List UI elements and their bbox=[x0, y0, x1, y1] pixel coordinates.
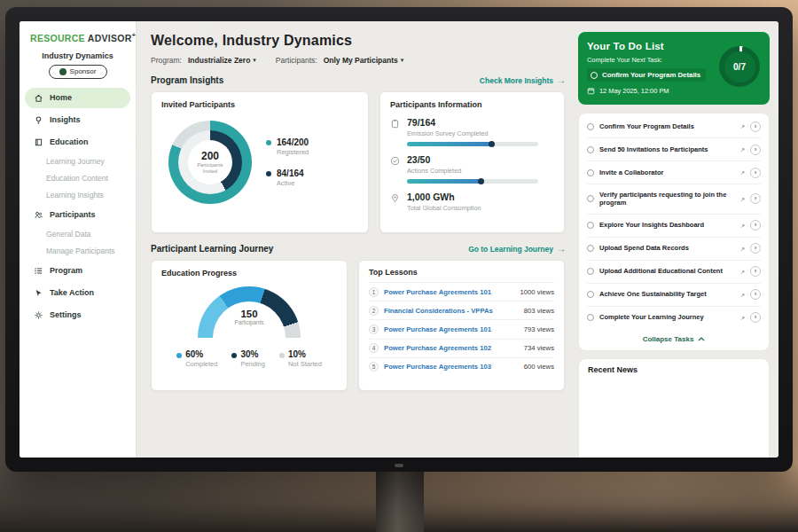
lesson-row[interactable]: 5 Power Purchase Agreements 103 600 view… bbox=[369, 358, 554, 376]
lesson-rank: 4 bbox=[369, 343, 379, 353]
todo-progress-value: 0/7 bbox=[724, 51, 755, 82]
task-row[interactable]: Confirm Your Program Details ↗ › bbox=[587, 115, 761, 138]
stat-global-consumption: 1,000 GWh Total Global Consumption bbox=[390, 192, 554, 212]
task-row[interactable]: Verify participants requesting to join t… bbox=[587, 184, 761, 215]
checkbox-icon[interactable] bbox=[587, 245, 594, 252]
sidebar-nav: Home Insights Education Learning Journey… bbox=[20, 87, 136, 326]
sidebar-item-label: Learning Journey bbox=[46, 157, 105, 166]
invited-participants-card: Invited Participants 200 Participants In… bbox=[151, 91, 369, 233]
lesson-link[interactable]: Financial Considerations - VPPAs bbox=[384, 307, 519, 315]
chevron-right-icon[interactable]: › bbox=[750, 266, 761, 277]
stat-value: 79/164 bbox=[407, 117, 538, 128]
task-row[interactable]: Invite a Collaborator ↗ › bbox=[587, 161, 761, 184]
clipboard-icon bbox=[390, 119, 400, 129]
recent-news-card: Recent News bbox=[578, 358, 770, 458]
task-row[interactable]: Complete Your Learning Journey ↗ › bbox=[587, 307, 761, 329]
lesson-link[interactable]: Power Purchase Agreements 101 bbox=[384, 325, 519, 333]
sidebar-item-learning-journey[interactable]: Learning Journey bbox=[20, 153, 136, 170]
chevron-right-icon[interactable]: › bbox=[750, 312, 761, 323]
sidebar-item-education[interactable]: Education bbox=[25, 132, 130, 153]
legend-item-completed: 60% Completed bbox=[176, 349, 217, 368]
donut-center-label: Participants Invited bbox=[192, 162, 228, 175]
participants-information-card: Participants Information 79/164 Emission… bbox=[379, 91, 565, 233]
task-row[interactable]: Upload Additional Educational Content ↗ … bbox=[587, 261, 761, 284]
sidebar-item-insights[interactable]: Insights bbox=[25, 110, 130, 130]
sidebar-item-home[interactable]: Home bbox=[25, 88, 130, 108]
participants-select[interactable]: Only My Participants ▾ bbox=[324, 56, 404, 65]
checkbox-icon[interactable] bbox=[587, 169, 594, 176]
stat-actions-completed: 23/50 Actions Completed bbox=[390, 154, 554, 184]
sidebar-item-general-data[interactable]: General Data bbox=[20, 226, 136, 243]
chevron-right-icon[interactable]: › bbox=[750, 220, 761, 231]
list-icon bbox=[34, 266, 43, 276]
sidebar-item-label: Education bbox=[50, 137, 89, 146]
people-icon bbox=[34, 210, 43, 220]
legend-item-not-started: 10% Not Started bbox=[279, 349, 322, 368]
external-link-icon: ↗ bbox=[740, 196, 745, 202]
checkbox-icon[interactable] bbox=[591, 72, 598, 79]
legend-label: Pending bbox=[240, 360, 265, 368]
invited-donut-area: 200 Participants Invited 164/200 Registe… bbox=[161, 121, 358, 204]
checkbox-icon[interactable] bbox=[587, 222, 594, 229]
lesson-row[interactable]: 1 Power Purchase Agreements 101 1000 vie… bbox=[369, 283, 554, 301]
todo-summary-card: Your To Do List Complete Your Next Task:… bbox=[578, 32, 770, 105]
program-select[interactable]: Industrialize Zero ▾ bbox=[188, 56, 256, 65]
sidebar-item-learning-insights[interactable]: Learning Insights bbox=[20, 187, 136, 204]
chevron-right-icon[interactable]: › bbox=[750, 243, 761, 254]
check-more-insights-link[interactable]: Check More Insights → bbox=[480, 76, 566, 85]
checkbox-icon[interactable] bbox=[587, 291, 594, 298]
lesson-rank: 1 bbox=[369, 287, 379, 297]
lesson-row[interactable]: 2 Financial Considerations - VPPAs 803 v… bbox=[369, 301, 554, 320]
chevron-right-icon[interactable]: › bbox=[750, 121, 761, 132]
logo-resource: RESOURCE bbox=[30, 33, 85, 43]
lesson-rank: 3 bbox=[369, 325, 379, 334]
checkbox-icon[interactable] bbox=[587, 314, 594, 321]
go-to-learning-journey-link[interactable]: Go to Learning Journey → bbox=[468, 245, 566, 254]
lesson-link[interactable]: Power Purchase Agreements 101 bbox=[384, 288, 515, 296]
main-content: Welcome, Industry Dynamics Program: Indu… bbox=[137, 21, 576, 458]
check-circle-icon bbox=[390, 156, 400, 166]
task-list-card: Confirm Your Program Details ↗ › Send 50… bbox=[578, 113, 770, 351]
task-row[interactable]: Achieve One Sustainability Target ↗ › bbox=[587, 284, 761, 307]
collapse-tasks-button[interactable]: Collapse Tasks bbox=[587, 329, 761, 348]
next-task-row[interactable]: Confirm Your Program Details bbox=[587, 68, 706, 82]
chevron-right-icon[interactable]: › bbox=[750, 145, 761, 155]
sidebar-item-program[interactable]: Program bbox=[25, 261, 130, 281]
program-insights-header: Program Insights Check More Insights → bbox=[151, 75, 566, 85]
sidebar-item-participants[interactable]: Participants bbox=[25, 205, 130, 225]
sidebar-item-label: Settings bbox=[50, 310, 82, 319]
sidebar-item-label: General Data bbox=[46, 230, 91, 239]
checkbox-icon[interactable] bbox=[587, 195, 594, 202]
section-title: Participant Learning Journey bbox=[151, 244, 273, 254]
sidebar-item-manage-participants[interactable]: Manage Participants bbox=[20, 243, 136, 260]
lesson-link[interactable]: Power Purchase Agreements 103 bbox=[384, 363, 519, 371]
card-title: Participants Information bbox=[390, 100, 554, 109]
card-title: Invited Participants bbox=[161, 100, 358, 109]
sidebar-item-education-content[interactable]: Education Content bbox=[20, 170, 136, 187]
task-row[interactable]: Upload Spend Data Records ↗ › bbox=[587, 238, 761, 261]
chevron-right-icon[interactable]: › bbox=[750, 193, 761, 204]
sidebar-item-take-action[interactable]: Take Action bbox=[25, 283, 130, 303]
lesson-row[interactable]: 3 Power Purchase Agreements 101 793 view… bbox=[369, 320, 554, 339]
lesson-views: 734 views bbox=[524, 344, 554, 352]
task-row[interactable]: Send 50 Invitations to Participants ↗ › bbox=[587, 138, 761, 161]
logo-advisor: ADVISOR bbox=[88, 33, 132, 43]
checkbox-icon[interactable] bbox=[587, 123, 594, 130]
sponsor-badge[interactable]: Sponsor bbox=[49, 65, 107, 79]
lesson-link[interactable]: Power Purchase Agreements 102 bbox=[384, 344, 519, 352]
lesson-row[interactable]: 4 Power Purchase Agreements 102 734 view… bbox=[369, 340, 554, 358]
checkbox-icon[interactable] bbox=[587, 146, 594, 153]
task-row[interactable]: Explore Your Insights Dashboard ↗ › bbox=[587, 215, 761, 238]
task-label: Invite a Collaborator bbox=[599, 168, 735, 177]
calendar-icon bbox=[587, 87, 595, 95]
legend-item-pending: 30% Pending bbox=[231, 349, 265, 368]
sidebar-item-settings[interactable]: Settings bbox=[25, 305, 130, 325]
chevron-right-icon[interactable]: › bbox=[750, 168, 761, 178]
chevron-right-icon[interactable]: › bbox=[750, 289, 761, 300]
chevron-down-icon: ▾ bbox=[401, 57, 404, 64]
legend-label: Active bbox=[277, 179, 304, 187]
checkbox-icon[interactable] bbox=[587, 268, 594, 275]
legend-label: Completed bbox=[185, 360, 217, 368]
collapse-label: Collapse Tasks bbox=[643, 335, 694, 343]
monitor-bezel: RESOURCE ADVISOR+ Industry Dynamics Spon… bbox=[5, 7, 793, 472]
